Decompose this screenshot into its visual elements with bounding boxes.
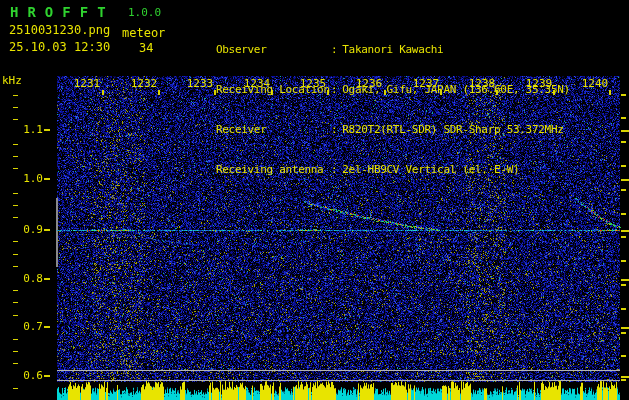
time-tick-label: 1237 (403, 77, 449, 90)
time-tick-label: 1232 (121, 77, 167, 90)
info-label: Receiver (216, 123, 331, 137)
time-tick-label: 1240 (572, 77, 618, 90)
time-tick-label: 1233 (177, 77, 223, 90)
time-tick-label: 1236 (346, 77, 392, 90)
freq-axis-unit: kHz (2, 74, 22, 87)
freq-tick-label: 0.8 (0, 272, 43, 285)
freq-tick-label: 1.0 (0, 172, 43, 185)
app-version: 1.0.0 (128, 6, 161, 19)
station-info: Observer:Takanori Kawachi Receiving Loca… (178, 3, 570, 189)
mode-label: meteor (122, 26, 165, 40)
hrofft-output-image: HROFFT 1.0.0 2510031230.png meteor 25.10… (0, 0, 629, 400)
info-label: Observer (216, 43, 331, 57)
info-row-antenna: Receiving antenna:2el-HB9CV Vertical (el… (178, 149, 570, 163)
info-row-receiver: Receiver:R820T2(RTL-SDR) SDR-Sharp 53.37… (178, 109, 570, 123)
app-title: HROFFT (10, 4, 115, 20)
freq-tick-label: 0.7 (0, 320, 43, 333)
freq-tick-label: 0.6 (0, 369, 43, 382)
info-value: 2el-HB9CV Vertical (el. E-W) (342, 163, 519, 176)
output-filename: 2510031230.png (9, 23, 110, 37)
meteor-count: 34 (139, 41, 153, 55)
time-tick-label: 1231 (64, 77, 110, 90)
info-value: Takanori Kawachi (342, 43, 443, 56)
time-tick-label: 1239 (516, 77, 562, 90)
time-tick-label: 1235 (290, 77, 336, 90)
info-value: R820T2(RTL-SDR) SDR-Sharp 53.372MHz (342, 123, 563, 136)
freq-tick-label: 0.9 (0, 223, 43, 236)
info-label: Receiving antenna (216, 163, 331, 177)
colon: : (331, 163, 337, 176)
freq-tick-label: 1.1 (0, 123, 43, 136)
colon: : (331, 43, 337, 56)
observation-datetime: 25.10.03 12:30 (9, 40, 110, 54)
time-tick-label: 1238 (459, 77, 505, 90)
colon: : (331, 123, 337, 136)
info-row-observer: Observer:Takanori Kawachi (178, 29, 570, 43)
time-tick-label: 1234 (234, 77, 280, 90)
